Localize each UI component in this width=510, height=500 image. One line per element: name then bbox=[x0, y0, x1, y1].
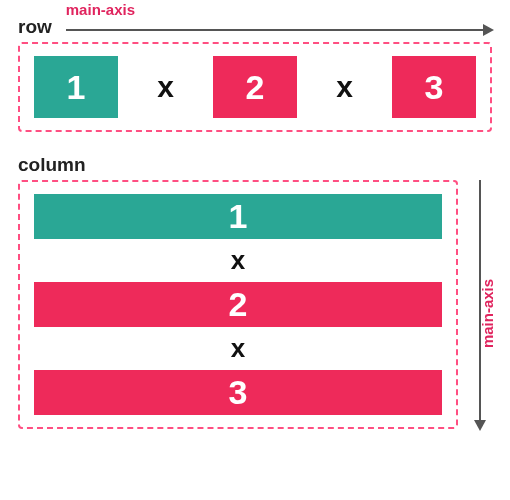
column-item-3: 3 bbox=[34, 370, 442, 415]
row-container: 1 x 2 x 3 bbox=[18, 42, 492, 132]
row-axis-label: main-axis bbox=[66, 1, 135, 18]
column-title: column bbox=[18, 154, 86, 176]
row-header: row main-axis bbox=[18, 16, 492, 38]
row-section: row main-axis 1 x 2 x 3 bbox=[18, 16, 492, 132]
arrow-down-icon bbox=[479, 180, 481, 429]
column-flex: 1 x 2 x 3 bbox=[34, 194, 442, 415]
row-separator: x bbox=[336, 70, 353, 104]
column-container: 1 x 2 x 3 bbox=[18, 180, 458, 429]
arrow-right-icon bbox=[66, 29, 492, 31]
column-area: 1 x 2 x 3 main-axis bbox=[18, 180, 492, 429]
row-flex: 1 x 2 x 3 bbox=[34, 56, 476, 118]
column-axis-label: main-axis bbox=[479, 278, 496, 347]
column-header: column bbox=[18, 154, 492, 176]
column-item-1: 1 bbox=[34, 194, 442, 239]
column-section: column 1 x 2 x 3 main-axis bbox=[18, 154, 492, 429]
row-item-1: 1 bbox=[34, 56, 118, 118]
row-item-2: 2 bbox=[213, 56, 297, 118]
column-axis: main-axis bbox=[468, 180, 492, 429]
column-separator: x bbox=[231, 327, 245, 370]
row-separator: x bbox=[157, 70, 174, 104]
row-item-3: 3 bbox=[392, 56, 476, 118]
row-axis: main-axis bbox=[66, 23, 492, 31]
column-item-2: 2 bbox=[34, 282, 442, 327]
column-separator: x bbox=[231, 239, 245, 282]
row-title: row bbox=[18, 16, 52, 38]
